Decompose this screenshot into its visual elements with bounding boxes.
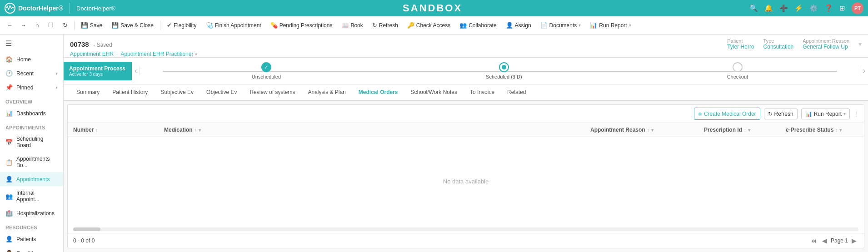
logo-icon: [5, 3, 15, 14]
process-next-button[interactable]: ›: [860, 67, 868, 75]
reason-value[interactable]: General Follow Up: [803, 44, 849, 50]
tab-patient-history[interactable]: Patient History: [106, 84, 154, 101]
documents-button[interactable]: 📄 Documents ▾: [537, 20, 585, 30]
small-refresh-icon: ↻: [63, 22, 68, 29]
bell-icon[interactable]: 🔔: [764, 4, 773, 12]
sidebar-item-scheduling[interactable]: 📅 Scheduling Board: [0, 132, 63, 152]
duplicate-button[interactable]: ❐: [45, 20, 57, 30]
finish-icon: 🩺: [206, 22, 213, 29]
th-prescription[interactable]: Prescription Id ↕ ▾: [704, 127, 786, 133]
scroll-thumb[interactable]: [73, 227, 100, 231]
breadcrumb-item-1[interactable]: Appointment EHR Practitioner ▾: [120, 51, 197, 57]
small-refresh-button[interactable]: ↻: [59, 20, 71, 30]
reason-label: Appointment Reason: [803, 38, 849, 44]
pagination-range: 0 - 0 of 0: [73, 237, 95, 244]
brand-logo[interactable]: DoctorHelper®: [5, 3, 63, 14]
sidebar-item-recent[interactable]: 🕐 Recent ▾: [0, 66, 63, 80]
step-circle-unscheduled: ✓: [261, 62, 271, 72]
documents-icon: 📄: [540, 22, 548, 29]
plus-icon[interactable]: ➕: [779, 4, 788, 12]
reason-sort-icon: ↕: [647, 128, 649, 133]
sidebar-item-dashboards[interactable]: 📊 Dashboards: [0, 106, 63, 120]
forward-button[interactable]: →: [17, 20, 30, 30]
tab-school-work[interactable]: School/Work Notes: [404, 84, 464, 101]
pinned-icon: 📌: [5, 84, 13, 91]
collaborate-button[interactable]: 👥 Collaborate: [456, 20, 500, 30]
tab-medical-orders[interactable]: Medical Orders: [352, 84, 404, 101]
filter-icon[interactable]: ⚡: [794, 4, 803, 12]
collaborate-icon: 👥: [459, 22, 467, 29]
patient-value[interactable]: Tyler Herro: [727, 44, 754, 50]
page-number: Page 1: [831, 237, 848, 244]
back-button[interactable]: ←: [4, 20, 16, 30]
main-content: 00738 - Saved Patient Tyler Herro Type C…: [64, 35, 868, 252]
patients-icon: 👤: [5, 236, 13, 242]
th-reason[interactable]: Appointment Reason ↕ ▾: [590, 127, 704, 133]
run-report-button[interactable]: 📊 Run Report ▾: [586, 20, 634, 30]
create-medical-order-button[interactable]: + Create Medical Order: [694, 108, 760, 120]
sidebar-item-practitioners[interactable]: 👨‍⚕️ Practitioners: [0, 246, 63, 252]
tab-to-invoice[interactable]: To Invoice: [464, 84, 501, 101]
inner-toolbar-more[interactable]: ⋮: [853, 110, 859, 117]
refresh-button[interactable]: ↻ Refresh: [369, 20, 402, 30]
book-button[interactable]: 📖 Book: [338, 20, 366, 30]
eprescribe-sort-icon: ↕: [835, 128, 838, 133]
tab-summary[interactable]: Summary: [70, 84, 106, 101]
save-button[interactable]: 💾 Save: [77, 20, 106, 30]
type-value[interactable]: Consultation: [763, 44, 794, 50]
search-icon[interactable]: 🔍: [749, 4, 758, 12]
step-label-checkout: Checkout: [727, 74, 748, 79]
create-icon: +: [698, 110, 702, 118]
sidebar-item-patients[interactable]: 👤 Patients: [0, 232, 63, 246]
tab-analysis-plan[interactable]: Analysis & Plan: [301, 84, 352, 101]
medical-orders-toolbar: + Create Medical Order ↻ Refresh 📊 Run R…: [68, 105, 864, 123]
page-prev-button[interactable]: ◀: [820, 236, 829, 245]
save-close-icon: 💾: [111, 22, 119, 29]
page-next-button[interactable]: ▶: [850, 236, 858, 245]
sidebar-item-pinned[interactable]: 📌 Pinned ▾: [0, 80, 63, 94]
resources-section-label: Resources: [0, 220, 63, 232]
assign-button[interactable]: 👤 Assign: [502, 20, 535, 30]
step-circle-scheduled: [499, 62, 509, 72]
tab-review-systems[interactable]: Review of systems: [243, 84, 301, 101]
sidebar-item-appointments[interactable]: 👤 Appointments: [0, 172, 63, 186]
eligibility-button[interactable]: ✔ Elegibility: [163, 20, 200, 30]
sidebar-item-hospitalizations[interactable]: 🏥 Hospitalizations: [0, 206, 63, 220]
apptbo-icon: 📋: [5, 159, 13, 166]
avatar[interactable]: PT: [852, 2, 863, 14]
gear-icon[interactable]: ⚙️: [809, 4, 818, 12]
appointments-icon: 👤: [5, 176, 13, 183]
page-first-button[interactable]: ⏮: [808, 236, 818, 245]
tab-subjective-ev[interactable]: Subjective Ev: [154, 84, 200, 101]
th-number[interactable]: Number ↕: [73, 127, 164, 133]
finish-appointment-button[interactable]: 🩺 Finish Appointment: [202, 20, 265, 30]
process-prev-button[interactable]: ‹: [132, 67, 140, 75]
eligibility-icon: ✔: [167, 22, 172, 29]
hamburger-button[interactable]: ☰: [0, 35, 63, 52]
nav-divider: [70, 3, 70, 14]
help-icon[interactable]: ❓: [824, 4, 833, 12]
pending-prescriptions-button[interactable]: 💊 Pending Prescriptions: [267, 20, 336, 30]
breadcrumb-chevron: ▾: [195, 52, 197, 57]
horizontal-scrollbar[interactable]: [73, 227, 858, 231]
meta-expand-icon[interactable]: ▾: [858, 40, 862, 48]
documents-chevron: ▾: [579, 23, 581, 28]
sidebar-item-appointments-bo[interactable]: 📋 Appointments Bo...: [0, 152, 63, 172]
breadcrumb-item-0[interactable]: Appointment EHR: [70, 51, 114, 57]
save-close-button[interactable]: 💾 Save & Close: [108, 20, 157, 30]
breadcrumb: Appointment EHR · Appointment EHR Practi…: [70, 51, 862, 57]
assign-icon: 👤: [506, 22, 513, 29]
grid-icon[interactable]: ⊞: [839, 4, 845, 12]
home-button[interactable]: ⌂: [32, 20, 43, 30]
sidebar-item-internal[interactable]: 👥 Internal Appoint...: [0, 186, 63, 206]
inner-run-report-button[interactable]: 📊 Run Report ▾: [801, 109, 850, 119]
inner-refresh-button[interactable]: ↻ Refresh: [764, 109, 798, 119]
tab-objective-ev[interactable]: Objective Ev: [200, 84, 243, 101]
home-icon: ⌂: [35, 22, 39, 29]
th-eprescribe[interactable]: e-Prescribe Status ↕ ▾: [786, 127, 858, 133]
th-medication[interactable]: Medication ↑ ▾: [164, 127, 590, 133]
sidebar-item-home[interactable]: 🏠 Home: [0, 52, 63, 66]
record-header: 00738 - Saved Patient Tyler Herro Type C…: [64, 35, 868, 58]
tab-related[interactable]: Related: [501, 84, 532, 101]
check-access-button[interactable]: 🔑 Check Access: [404, 20, 454, 30]
